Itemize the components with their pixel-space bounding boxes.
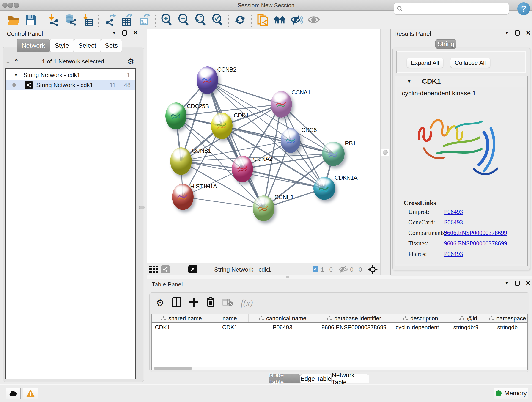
tab-string[interactable]: String: [435, 39, 456, 49]
import-table-icon[interactable]: [81, 14, 93, 26]
table-cell[interactable]: stringdb: [487, 323, 527, 332]
network-edge[interactable]: [183, 197, 264, 208]
table-cell[interactable]: CDK1: [211, 323, 249, 332]
network-options-gear-icon[interactable]: ⚙: [127, 57, 134, 66]
collapse-all-button[interactable]: Collapse All: [450, 58, 490, 68]
table-cell[interactable]: P06493: [249, 323, 317, 332]
expand-all-networks-icon[interactable]: ⌃: [14, 58, 19, 65]
import-network-file-icon[interactable]: [47, 14, 59, 26]
search-input[interactable]: [403, 6, 501, 12]
float-panel-icon[interactable]: [515, 30, 520, 36]
refresh-icon[interactable]: [234, 14, 246, 26]
float-panel-icon[interactable]: [515, 281, 520, 286]
help-button[interactable]: ?: [517, 2, 530, 15]
tab-style[interactable]: Style: [50, 39, 74, 52]
close-panel-icon[interactable]: ✕: [526, 281, 531, 286]
close-panel-icon[interactable]: ✕: [133, 30, 138, 36]
crosslink-value-link[interactable]: 9606.ENSP00000378699: [444, 230, 507, 236]
network-node-cdkn1a[interactable]: [313, 177, 335, 200]
collapse-all-networks-icon[interactable]: ⌄: [6, 58, 11, 65]
zoom-selected-icon[interactable]: [211, 14, 223, 26]
network-node-ccnb2[interactable]: [196, 66, 218, 94]
column-header-shared-name[interactable]: shared name: [152, 314, 211, 322]
collapse-panel-icon[interactable]: ▼: [112, 30, 116, 36]
collapse-panel-icon[interactable]: ▼: [505, 281, 509, 286]
table-cell[interactable]: cyclin-dependent ...: [392, 323, 449, 332]
tab-network[interactable]: Network: [17, 39, 50, 52]
open-session-icon[interactable]: [8, 14, 20, 26]
column-header-database-identifier[interactable]: database identifier: [316, 314, 392, 322]
close-panel-icon[interactable]: ✕: [526, 30, 531, 36]
crosslink-value-link[interactable]: P06493: [444, 250, 463, 258]
delete-table-icon[interactable]: [222, 298, 233, 307]
column-header-canonical-name[interactable]: canonical name: [249, 314, 316, 322]
search-box[interactable]: [394, 3, 509, 15]
float-panel-icon[interactable]: [122, 30, 127, 36]
zoom-in-icon[interactable]: [161, 14, 172, 26]
entry-expander-icon[interactable]: ▼: [407, 79, 412, 84]
network-row[interactable]: String Network - cdk1 11 48: [6, 80, 135, 90]
network-node-ccne1[interactable]: [253, 196, 274, 221]
scrollbar-thumb[interactable]: [153, 367, 192, 370]
show-columns-icon[interactable]: [172, 297, 181, 308]
network-collection-row[interactable]: ▼ String Network - cdk1 1: [6, 70, 135, 80]
zoom-out-icon[interactable]: [177, 14, 190, 26]
save-session-icon[interactable]: [25, 14, 37, 26]
first-neighbors-icon[interactable]: [274, 14, 286, 26]
collapse-panel-icon[interactable]: ▼: [505, 30, 509, 36]
network-edge[interactable]: [207, 80, 281, 104]
column-header-namespace[interactable]: namespace: [487, 314, 527, 322]
grid-view-icon[interactable]: [149, 266, 158, 274]
tab-select[interactable]: Select: [74, 39, 101, 52]
tab-node-table[interactable]: Node Table: [269, 374, 300, 383]
network-node-cdc6[interactable]: [281, 128, 300, 153]
crosslink-value-link[interactable]: P06493: [444, 219, 463, 226]
splitter-handle-icon[interactable]: [381, 148, 389, 156]
tree-expander-icon[interactable]: ▼: [14, 72, 18, 78]
show-hidden-eye-icon[interactable]: [308, 14, 320, 26]
expand-all-button[interactable]: Expand All: [407, 58, 443, 68]
crosslink-value-link[interactable]: 9606.ENSP00000378699: [444, 240, 507, 247]
duplicate-network-icon[interactable]: [257, 14, 269, 26]
network-node-rb1[interactable]: [322, 142, 345, 166]
selected-nodes-checkbox-icon[interactable]: ✓: [312, 266, 318, 272]
panel-splitter-left-handle[interactable]: [139, 206, 145, 209]
table-horizontal-scrollbar[interactable]: [152, 367, 527, 370]
birds-eye-view-icon[interactable]: [188, 265, 197, 274]
apply-function-icon[interactable]: f(x): [241, 298, 253, 308]
panel-splitter-right[interactable]: [380, 29, 390, 275]
network-edge[interactable]: [242, 169, 324, 188]
import-network-database-icon[interactable]: [64, 14, 76, 26]
table-cell[interactable]: stringdb:9...: [449, 323, 487, 332]
network-node-cdk1[interactable]: [211, 113, 233, 139]
cloud-button[interactable]: [6, 388, 21, 399]
column-header--id[interactable]: @id: [449, 314, 487, 322]
fit-selected-crosshair-icon[interactable]: [368, 265, 378, 275]
delete-column-trash-icon[interactable]: [206, 297, 215, 308]
warnings-button[interactable]: [23, 388, 38, 399]
add-column-icon[interactable]: [189, 298, 199, 308]
network-node-ccnb1[interactable]: [170, 147, 192, 175]
table-cell[interactable]: 9606.ENSP00000378699: [316, 323, 392, 332]
zoom-fit-icon[interactable]: [195, 14, 206, 26]
hidden-elements-eye-icon[interactable]: [339, 266, 348, 274]
network-view-share-icon[interactable]: [161, 265, 170, 274]
export-table-icon[interactable]: [121, 14, 133, 26]
export-image-icon[interactable]: [138, 14, 150, 26]
tab-sets[interactable]: Sets: [101, 39, 122, 52]
table-cell[interactable]: CDK1: [152, 323, 211, 332]
network-node-ccna2[interactable]: [232, 156, 253, 182]
network-canvas[interactable]: CCNB2CCNA1CDC25BCDK1CDC6RB1CCNB1CCNA2CDK…: [147, 29, 380, 263]
memory-button[interactable]: Memory: [494, 388, 528, 399]
table-options-gear-icon[interactable]: ⚙: [156, 298, 164, 308]
tab-edge-table[interactable]: Edge Table: [300, 374, 331, 383]
crosslink-value-link[interactable]: P06493: [444, 208, 463, 216]
column-header-name[interactable]: name: [211, 314, 249, 322]
export-network-icon[interactable]: [104, 14, 116, 26]
tab-network-table[interactable]: Network Table: [331, 374, 369, 383]
network-node-ccna1[interactable]: [271, 91, 292, 118]
network-node-cdc25b[interactable]: [165, 102, 186, 129]
hide-selected-eye-icon[interactable]: [291, 14, 303, 26]
node-table[interactable]: shared namenamecanonical namedatabase id…: [152, 314, 528, 370]
column-header-description[interactable]: description: [392, 314, 449, 322]
